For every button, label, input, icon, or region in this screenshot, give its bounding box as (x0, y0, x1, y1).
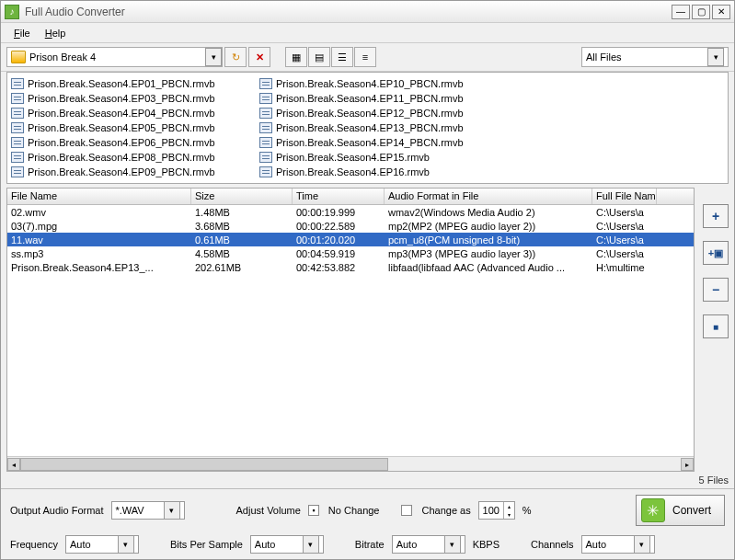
scroll-left-arrow[interactable]: ◂ (7, 458, 20, 471)
volume-spinner[interactable]: ▴▾ (478, 501, 515, 520)
file-count: 5 Files (1, 472, 734, 488)
no-change-radio[interactable]: ▪ (308, 505, 319, 516)
remove-button[interactable]: − (703, 278, 729, 302)
video-file-icon (259, 108, 272, 119)
browser-file-item[interactable]: Prison.Break.Season4.EP11_PBCN.rmvb (259, 91, 495, 105)
help-menu[interactable]: Help (38, 25, 74, 41)
browser-file-item[interactable]: Prison.Break.Season4.EP13_PBCN.rmvb (259, 120, 495, 134)
folder-icon (11, 51, 26, 63)
app-title: Full Audio Converter (25, 6, 670, 18)
add-file-button[interactable]: + (703, 204, 729, 228)
view-small-icons[interactable]: ▤ (308, 47, 330, 67)
browser-file-item[interactable]: Prison.Break.Season4.EP14_PBCN.rmvb (259, 135, 495, 149)
video-file-icon (259, 166, 272, 177)
change-as-checkbox[interactable] (401, 505, 412, 516)
browser-file-item[interactable]: Prison.Break.Season4.EP03_PBCN.rmvb (11, 91, 247, 105)
app-icon: ♪ (5, 5, 19, 19)
view-list[interactable]: ☰ (331, 47, 353, 67)
video-file-icon (11, 78, 24, 89)
filter-arrow[interactable]: ▾ (707, 48, 724, 66)
chevron-down-icon[interactable]: ▾ (164, 501, 180, 520)
menubar: File Help (1, 23, 734, 43)
path-input[interactable] (29, 51, 205, 63)
browser-file-item[interactable]: Prison.Break.Season4.EP04_PBCN.rmvb (11, 106, 247, 120)
video-file-icon (11, 137, 24, 148)
col-time[interactable]: Time (293, 189, 385, 204)
column-headers: File Name Size Time Audio Format in File… (7, 189, 694, 205)
browser-file-item[interactable]: Prison.Break.Season4.EP01_PBCN.rmvb (11, 76, 247, 90)
col-format[interactable]: Audio Format in File (385, 189, 592, 204)
browser-file-item[interactable]: Prison.Break.Season4.EP15.rmvb (259, 150, 495, 164)
video-file-icon (11, 93, 24, 104)
horizontal-scrollbar[interactable]: ◂ ▸ (7, 456, 694, 471)
video-file-icon (259, 78, 272, 89)
video-file-icon (11, 152, 24, 163)
browser-file-item[interactable]: Prison.Break.Season4.EP05_PBCN.rmvb (11, 120, 247, 134)
minimize-button[interactable]: — (672, 5, 690, 19)
table-row[interactable]: ss.mp34.58MB00:04:59.919mp3(MP3 (MPEG au… (7, 246, 694, 260)
path-dropdown[interactable]: ▾ (205, 48, 222, 66)
toolbar: ▾ ↻ ✕ ▦ ▤ ☰ ≡ All Files ▾ (1, 43, 734, 72)
video-file-icon (259, 122, 272, 133)
video-file-icon (259, 152, 272, 163)
file-list-area: File Name Size Time Audio Format in File… (6, 188, 729, 472)
frequency-dropdown[interactable]: Auto▾ (65, 535, 139, 554)
channels-dropdown[interactable]: Auto▾ (581, 535, 655, 554)
scroll-right-arrow[interactable]: ▸ (681, 458, 694, 471)
output-format-label: Output Audio Format (10, 505, 104, 516)
col-size[interactable]: Size (191, 189, 293, 204)
up-folder-button[interactable]: ↻ (224, 47, 247, 67)
no-change-label: No Change (328, 505, 380, 516)
view-details[interactable]: ≡ (354, 47, 376, 67)
filter-value: All Files (586, 51, 707, 63)
bits-per-sample-label: Bits Per Sample (170, 539, 243, 550)
view-large-icons[interactable]: ▦ (285, 47, 307, 67)
browser-file-item[interactable]: Prison.Break.Season4.EP09_PBCN.rmvb (11, 165, 247, 178)
browser-file-item[interactable]: Prison.Break.Season4.EP08_PBCN.rmvb (11, 150, 247, 164)
bitrate-label: Bitrate (355, 539, 385, 550)
browser-file-item[interactable]: Prison.Break.Season4.EP12_PBCN.rmvb (259, 106, 495, 120)
file-list: File Name Size Time Audio Format in File… (6, 188, 695, 472)
video-file-icon (11, 122, 24, 133)
bottom-panel: Output Audio Format *.WAV ▾ Adjust Volum… (1, 488, 734, 559)
adjust-volume-label: Adjust Volume (236, 505, 301, 516)
browser-file-item[interactable]: Prison.Break.Season4.EP06_PBCN.rmvb (11, 135, 247, 149)
table-row[interactable]: Prison.Break.Season4.EP13_...202.61MB00:… (7, 260, 694, 274)
maximize-button[interactable]: ▢ (692, 5, 710, 19)
table-row[interactable]: 03(7).mpg3.68MB00:00:22.589mp2(MP2 (MPEG… (7, 219, 694, 233)
frequency-label: Frequency (10, 539, 58, 550)
output-format-dropdown[interactable]: *.WAV ▾ (111, 501, 185, 520)
convert-icon: ✳ (641, 498, 665, 522)
bits-per-sample-dropdown[interactable]: Auto▾ (250, 535, 324, 554)
change-as-label: Change as (421, 505, 470, 516)
list-body[interactable]: 02.wmv1.48MB00:00:19.999wmav2(Windows Me… (7, 205, 694, 456)
convert-button[interactable]: ✳ Convert (636, 495, 725, 526)
col-filename[interactable]: File Name (7, 189, 191, 204)
file-menu[interactable]: File (6, 25, 38, 41)
file-browser: Prison.Break.Season4.EP01_PBCN.rmvbPriso… (6, 72, 729, 184)
side-buttons: + +▣ − ■ (696, 188, 729, 472)
table-row[interactable]: 02.wmv1.48MB00:00:19.999wmav2(Windows Me… (7, 205, 694, 219)
app-window: ♪ Full Audio Converter — ▢ ✕ File Help ▾… (0, 0, 735, 560)
view-buttons: ▦ ▤ ☰ ≡ (285, 47, 376, 67)
browser-file-item[interactable]: Prison.Break.Season4.EP16.rmvb (259, 165, 495, 178)
path-box[interactable]: ▾ (6, 47, 223, 67)
close-button[interactable]: ✕ (712, 5, 730, 19)
video-file-icon (11, 166, 24, 177)
add-folder-button[interactable]: +▣ (703, 241, 729, 265)
clear-button[interactable]: ■ (703, 314, 729, 338)
titlebar: ♪ Full Audio Converter — ▢ ✕ (1, 1, 734, 23)
delete-button[interactable]: ✕ (248, 47, 270, 67)
video-file-icon (259, 137, 272, 148)
scroll-thumb[interactable] (20, 458, 388, 471)
bitrate-dropdown[interactable]: Auto▾ (392, 535, 465, 554)
filter-dropdown[interactable]: All Files ▾ (581, 47, 729, 67)
video-file-icon (11, 108, 24, 119)
channels-label: Channels (531, 539, 573, 550)
table-row[interactable]: 11.wav0.61MB00:01:20.020pcm_u8(PCM unsig… (7, 233, 694, 246)
video-file-icon (259, 93, 272, 104)
col-fullpath[interactable]: Full File Name (592, 189, 657, 204)
browser-file-item[interactable]: Prison.Break.Season4.EP10_PBCN.rmvb (259, 76, 495, 90)
